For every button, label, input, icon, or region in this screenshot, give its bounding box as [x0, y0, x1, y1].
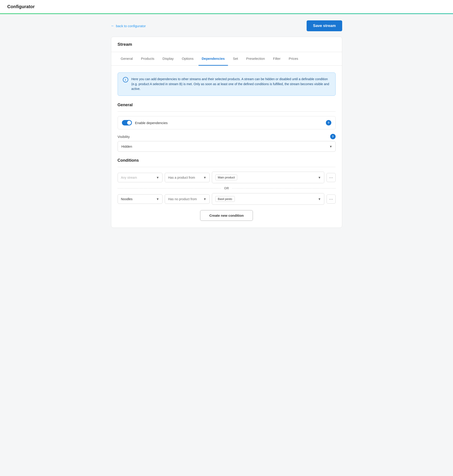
conditions-divider	[118, 167, 336, 167]
toggle-label: Enable dependencies	[135, 121, 168, 125]
create-condition-button[interactable]: Create new condition	[200, 210, 253, 221]
condition-product-select-1: Main product ▼	[212, 172, 324, 183]
tab-display[interactable]: Display	[159, 52, 177, 66]
top-bar: ← back to configurator Save stream	[111, 20, 342, 31]
conditions-section: Conditions Any stream ▼ Has a product fr…	[118, 158, 336, 221]
card-title: Stream	[118, 42, 132, 47]
visibility-select[interactable]: Hidden Disabled Visible	[118, 141, 336, 152]
visibility-help-icon[interactable]: ?	[330, 134, 336, 139]
enable-dependencies-help-icon[interactable]: ?	[326, 120, 331, 125]
tab-filter[interactable]: Filter	[270, 52, 284, 66]
visibility-label-row: Visibility ?	[118, 134, 336, 139]
save-stream-button[interactable]: Save stream	[307, 20, 342, 31]
condition-type-select-1: Has a product from ▼	[165, 173, 210, 182]
back-link[interactable]: ← back to configurator	[111, 24, 146, 28]
condition-product-value-1[interactable]: Main product	[212, 172, 324, 183]
condition-type-value-2[interactable]: Has no product from	[165, 194, 210, 204]
condition-row-2: Noodles ▼ Has no product from ▼ Bas	[118, 193, 336, 205]
tab-dependencies[interactable]: Dependencies	[198, 52, 228, 66]
product-tag-2: Basil pesto	[215, 196, 235, 202]
condition-more-button-1[interactable]: ⋯	[326, 173, 336, 182]
condition-stream-value-2[interactable]: Noodles	[118, 194, 163, 204]
info-icon: i	[123, 77, 128, 83]
tab-preselection[interactable]: Preselection	[243, 52, 268, 66]
stream-card: Stream General Products Display Options …	[111, 37, 342, 228]
or-divider: OR	[118, 186, 336, 190]
condition-more-button-2[interactable]: ⋯	[326, 194, 336, 204]
condition-row-1: Any stream ▼ Has a product from ▼ M	[118, 172, 336, 183]
tab-products[interactable]: Products	[138, 52, 157, 66]
back-link-label: back to configurator	[116, 24, 146, 28]
product-tag-1: Main product	[215, 175, 237, 180]
toggle-left: Enable dependencies	[122, 120, 168, 125]
tab-options[interactable]: Options	[179, 52, 197, 66]
condition-type-select-2: Has no product from ▼	[165, 194, 210, 204]
page-container: ← back to configurator Save stream Strea…	[106, 14, 347, 234]
condition-product-value-2[interactable]: Basil pesto	[212, 193, 324, 205]
condition-type-value-1[interactable]: Has a product from	[165, 173, 210, 182]
or-label: OR	[224, 186, 229, 190]
enable-dependencies-row: Enable dependencies ?	[118, 116, 336, 129]
card-header: Stream	[111, 37, 342, 52]
info-box: i Here you can add dependencies to other…	[118, 72, 336, 96]
visibility-field: Visibility ? Hidden Disabled Visible ▼	[118, 134, 336, 152]
condition-product-select-2: Basil pesto ▼	[212, 193, 324, 205]
card-body: i Here you can add dependencies to other…	[111, 66, 342, 228]
tab-set[interactable]: Set	[230, 52, 241, 66]
info-text: Here you can add dependencies to other s…	[131, 77, 330, 91]
enable-dependencies-toggle[interactable]	[122, 120, 132, 125]
visibility-label: Visibility	[118, 135, 130, 138]
tabs-bar: General Products Display Options Depende…	[111, 52, 342, 66]
condition-stream-select-1: Any stream ▼	[118, 173, 163, 182]
condition-stream-value-1[interactable]: Any stream	[118, 173, 163, 182]
conditions-section-title: Conditions	[118, 158, 336, 163]
visibility-select-wrapper: Hidden Disabled Visible ▼	[118, 141, 336, 152]
tab-general[interactable]: General	[118, 52, 136, 66]
general-divider	[118, 111, 336, 112]
app-header: Configurator	[0, 0, 453, 14]
general-section-title: General	[118, 103, 336, 107]
back-arrow-icon: ←	[111, 24, 115, 28]
app-title: Configurator	[7, 4, 35, 9]
condition-stream-select-2: Noodles ▼	[118, 194, 163, 204]
tab-prices[interactable]: Prices	[285, 52, 301, 66]
